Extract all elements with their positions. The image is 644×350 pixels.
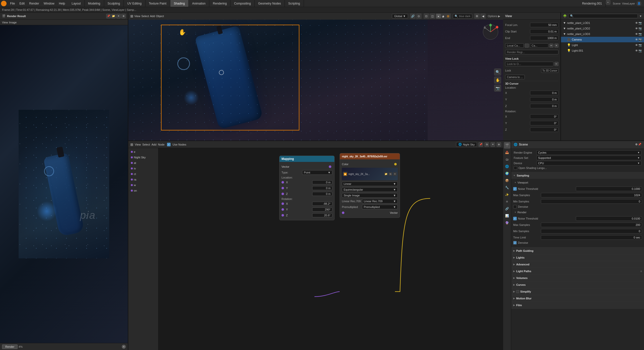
prop-icon-particles[interactable]: ✨ xyxy=(504,191,510,198)
node-left-item-ra[interactable]: ra xyxy=(129,177,157,182)
vector-input-socket[interactable] xyxy=(342,212,344,214)
node-dup-btn[interactable]: ⧉ xyxy=(485,142,489,147)
prop-icon-object[interactable]: 📦 xyxy=(504,177,510,184)
item-2-eye[interactable]: 👁 xyxy=(635,32,638,36)
outliner-item-2[interactable]: ▼ nettle_plant_LOD3 👁 📷 xyxy=(561,31,644,37)
viewport-sub-header[interactable]: ▼ Viewport xyxy=(513,180,642,185)
node-left-item-e[interactable]: e xyxy=(129,149,157,155)
node-left-item-night-sky[interactable]: Night Sky xyxy=(129,155,157,160)
film-header[interactable]: ▶ Film xyxy=(511,302,644,308)
xray-btn[interactable]: ◫ xyxy=(430,13,435,19)
search-input[interactable]: blue dark xyxy=(459,15,470,18)
outliner-type-icon[interactable]: 🌳 xyxy=(563,14,567,18)
socket-rot-y[interactable] xyxy=(281,208,284,211)
sampling-header[interactable]: ▼ Sampling xyxy=(511,172,644,179)
cursor-rz-value[interactable]: 0° xyxy=(530,127,558,132)
cursor-x-value[interactable]: 0 m xyxy=(530,91,558,95)
denoise-checkbox-viewport[interactable] xyxy=(513,205,517,208)
lock-to-icon[interactable]: ✏ xyxy=(554,62,558,66)
axis-widget[interactable]: Z X Y xyxy=(481,23,500,42)
prop-icon-world[interactable]: 🌍 xyxy=(504,170,510,177)
img-close-btn[interactable]: ✕ xyxy=(393,172,397,176)
render-result-close[interactable]: ✕ xyxy=(116,14,121,18)
rendered-shading-btn[interactable]: 🔆 xyxy=(446,14,450,18)
curves-header[interactable]: ▶ Curves xyxy=(511,282,644,288)
mapping-type-dropdown[interactable]: Point▼ xyxy=(302,170,332,175)
mapping-loc-y-value[interactable]: 0 m xyxy=(312,186,332,190)
node-close-btn[interactable]: ✕ xyxy=(491,142,495,147)
zoom-tool[interactable]: 🔍 xyxy=(494,68,501,76)
item-0-eye[interactable]: 👁 xyxy=(635,21,638,24)
tab-animation[interactable]: Animation xyxy=(189,0,209,7)
prop-icon-output[interactable]: 📤 xyxy=(504,149,510,156)
tab-scripting[interactable]: Scripting xyxy=(285,0,304,7)
projection-dropdown[interactable]: Equirectangular▼ xyxy=(342,187,398,192)
item-1-render[interactable]: 📷 xyxy=(638,27,642,30)
pan-tool[interactable]: ✋ xyxy=(494,77,501,84)
solid-shading-btn[interactable]: ● xyxy=(436,14,441,18)
min-samples-value[interactable]: 0 xyxy=(541,199,642,204)
node-content[interactable]: e Night Sky at iv xyxy=(128,148,503,350)
viewport-menu-view[interactable]: View xyxy=(134,15,140,18)
light-paths-header[interactable]: ▶ Light Paths ≡ xyxy=(511,268,644,274)
material-shading-btn[interactable]: ◕ xyxy=(441,14,446,18)
render-result-folder[interactable]: 📁 xyxy=(111,14,116,18)
alpha-dropdown[interactable]: Premultiplied▼ xyxy=(362,205,398,209)
noise-threshold-checkbox[interactable]: ✓ xyxy=(513,187,517,191)
prop-icon-render[interactable]: 🎬 xyxy=(504,142,510,149)
node-menu-view[interactable]: View xyxy=(135,143,141,146)
node-expand-btn[interactable]: ⊕ xyxy=(497,142,501,147)
render-close-btn[interactable]: ✕ xyxy=(122,345,126,349)
node-left-item-w[interactable]: w xyxy=(129,182,157,188)
render-min-samples-value[interactable]: 0 xyxy=(541,229,642,233)
tab-rendering[interactable]: Rendering xyxy=(209,0,230,7)
scene-settings-btn[interactable]: ⊕ xyxy=(635,143,637,146)
colorspace-dropdown[interactable]: Linear Rec.709▼ xyxy=(362,199,398,203)
max-samples-value[interactable]: 1024 xyxy=(541,193,642,197)
path-guiding-header[interactable]: ▶ Path Guiding xyxy=(511,248,644,254)
light-paths-list-btn[interactable]: ≡ xyxy=(640,270,642,273)
feature-set-dropdown[interactable]: Supported▼ xyxy=(536,156,641,160)
img-open-btn[interactable]: 📁 xyxy=(384,172,388,176)
motion-blur-header[interactable]: ▶ Motion Blur xyxy=(511,295,644,302)
img-copy-btn[interactable]: ⧉ xyxy=(389,172,392,176)
viewport-options-btn[interactable]: Options ▶ xyxy=(487,15,501,18)
cursor-rx-value[interactable]: 0° xyxy=(530,114,558,119)
camera-render[interactable]: 📷 xyxy=(638,38,642,41)
render-nav-image[interactable]: Image xyxy=(9,21,17,24)
render-max-samples-value[interactable]: 200 xyxy=(541,223,642,227)
item-0-render[interactable]: 📷 xyxy=(638,21,642,25)
node-tree-dropdown[interactable]: 🌐 Night Sky xyxy=(456,142,477,147)
socket-loc-y[interactable] xyxy=(281,187,284,189)
viewport-menu-object[interactable]: Object xyxy=(156,15,164,18)
viewlayer-label[interactable]: ViewLayer xyxy=(622,2,635,5)
overlay-btn[interactable]: ⊡ xyxy=(424,13,429,19)
cursor-y-value[interactable]: 0 m xyxy=(530,97,558,102)
socket-loc-z[interactable] xyxy=(281,193,284,195)
volumes-header[interactable]: ▶ Volumes xyxy=(511,275,644,281)
cursor-z-value[interactable]: 0 m xyxy=(530,104,558,108)
menu-window[interactable]: Window xyxy=(42,1,56,6)
open-shading-checkbox[interactable] xyxy=(514,166,517,170)
prop-icon-scene[interactable]: 🌐 xyxy=(504,163,510,170)
tab-shading[interactable]: Shading xyxy=(170,0,189,7)
scene-label[interactable]: Scene xyxy=(613,2,621,5)
menu-file[interactable]: File xyxy=(8,1,17,6)
mapping-rot-x-value[interactable]: -88.2° xyxy=(312,202,332,206)
prop-icon-view-layer[interactable]: 🗂 xyxy=(504,156,510,163)
scene-pin-btn[interactable]: 📌 xyxy=(638,143,641,146)
prop-icon-physics[interactable]: ⚛ xyxy=(504,198,510,205)
tab-sculpting[interactable]: Sculpting xyxy=(104,0,124,7)
clip-end-value[interactable]: 1000 m xyxy=(530,36,558,40)
prop-icon-constraints[interactable]: 🔗 xyxy=(504,205,510,212)
local-camera-toggle[interactable] xyxy=(525,44,529,48)
outliner-item-light[interactable]: 💡 Light 👁 📷 xyxy=(561,42,644,48)
source-dropdown[interactable]: Single Image▼ xyxy=(342,193,398,198)
clip-start-value[interactable]: 0.01 m xyxy=(530,29,558,34)
render-sub-header[interactable]: ▼ Render xyxy=(513,209,642,215)
render-region-btn[interactable]: Render Regi... xyxy=(505,50,558,54)
time-limit-value[interactable]: 0 sec xyxy=(541,235,642,240)
light-001-render[interactable]: 📷 xyxy=(638,49,642,52)
node-menu-node[interactable]: Node xyxy=(158,143,165,146)
node-menu-select[interactable]: Select xyxy=(142,143,150,146)
